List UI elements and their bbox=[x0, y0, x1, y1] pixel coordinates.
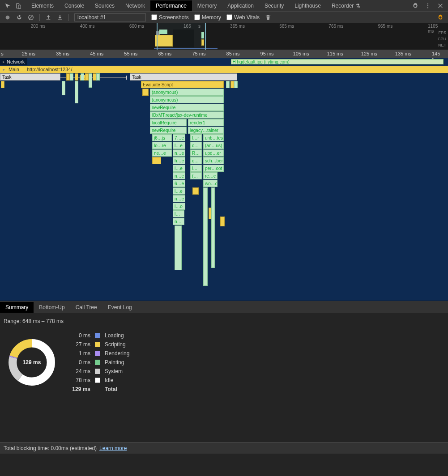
swatch-painting bbox=[95, 360, 100, 365]
target-select[interactable]: localhost #1 bbox=[74, 13, 146, 21]
tab-recorder[interactable]: Recorder ⚗ bbox=[326, 0, 366, 11]
capture-settings-icon[interactable] bbox=[437, 14, 444, 21]
trash-icon[interactable] bbox=[265, 14, 271, 21]
reload-icon[interactable] bbox=[16, 14, 22, 21]
swatch-loading bbox=[95, 333, 100, 338]
svg-point-4 bbox=[427, 7, 428, 8]
svg-rect-1 bbox=[18, 5, 21, 8]
summary-donut: 129 ms bbox=[7, 338, 56, 387]
tab-lighthouse[interactable]: Lighthouse bbox=[289, 0, 326, 11]
download-icon[interactable] bbox=[57, 14, 63, 21]
swatch-system bbox=[95, 369, 100, 374]
task-bar-1[interactable]: Task bbox=[0, 73, 60, 81]
screenshots-checkbox[interactable]: Screenshots bbox=[151, 14, 189, 21]
summary-panel: Range: 648 ms – 778 ms 129 ms 0 msLoadin… bbox=[0, 313, 448, 454]
tab-memory[interactable]: Memory bbox=[192, 0, 222, 11]
tab-application[interactable]: Application bbox=[222, 0, 259, 11]
svg-point-3 bbox=[427, 5, 428, 6]
devtools-tabbar: Elements Console Sources Network Perform… bbox=[0, 0, 448, 12]
learn-more-link[interactable]: Learn more bbox=[99, 445, 127, 451]
clear-icon[interactable] bbox=[28, 14, 34, 21]
tab-calltree[interactable]: Call Tree bbox=[70, 302, 102, 313]
gear-icon[interactable] bbox=[412, 3, 418, 9]
tab-elements[interactable]: Elements bbox=[26, 0, 59, 11]
tab-performance[interactable]: Performance bbox=[150, 0, 192, 11]
tab-security[interactable]: Security bbox=[259, 0, 289, 11]
swatch-idle bbox=[95, 378, 100, 383]
tab-eventlog[interactable]: Event Log bbox=[102, 302, 137, 313]
network-track-label[interactable]: Network bbox=[0, 58, 27, 65]
svg-point-2 bbox=[427, 3, 428, 4]
main-thread-label[interactable]: Main — http://localhost:1234/ bbox=[0, 66, 448, 73]
overview-timeline[interactable]: 200 ms 400 ms 600 ms 165 s 365 ms 565 ms… bbox=[0, 23, 448, 50]
swatch-scripting bbox=[95, 342, 100, 347]
svg-point-5 bbox=[6, 15, 10, 19]
tab-summary[interactable]: Summary bbox=[0, 302, 34, 313]
overview-selection[interactable] bbox=[157, 23, 206, 50]
summary-legend: 0 msLoading 27 msScripting 1 msRendering… bbox=[70, 332, 129, 392]
evaluate-script[interactable]: Evaluate Script bbox=[141, 81, 224, 88]
tab-console[interactable]: Console bbox=[59, 0, 90, 11]
swatch-rendering bbox=[95, 351, 100, 356]
upload-icon[interactable] bbox=[45, 14, 51, 21]
network-track[interactable]: Network |… H hqdefault.jpg (i.ytimg.com) bbox=[0, 58, 448, 66]
record-icon[interactable] bbox=[4, 14, 11, 21]
overview-ruler: 200 ms 400 ms 600 ms 165 s 365 ms 565 ms… bbox=[0, 23, 448, 30]
tab-network[interactable]: Network bbox=[120, 0, 150, 11]
kebab-icon[interactable] bbox=[425, 3, 431, 9]
network-request-bar[interactable]: H hqdefault.jpg (i.ytimg.com) bbox=[231, 59, 444, 64]
memory-checkbox[interactable]: Memory bbox=[194, 14, 221, 21]
overview-track-labels: FPS CPU NET bbox=[438, 30, 446, 48]
close-icon[interactable] bbox=[437, 3, 444, 9]
webvitals-checkbox[interactable]: Web Vitals bbox=[226, 14, 260, 21]
performance-toolbar: localhost #1 Screenshots Memory Web Vita… bbox=[0, 12, 448, 23]
range-text: Range: 648 ms – 778 ms bbox=[4, 318, 444, 324]
footer-bar: Total blocking time: 0.00ms (estimated) … bbox=[0, 442, 448, 454]
donut-center: 129 ms bbox=[7, 338, 56, 387]
task-bar-2[interactable]: Task bbox=[130, 73, 237, 81]
tab-bottomup[interactable]: Bottom-Up bbox=[34, 302, 70, 313]
inspect-icon[interactable] bbox=[4, 3, 11, 9]
total-blocking-time: Total blocking time: 0.00ms (estimated) bbox=[4, 445, 97, 451]
tab-sources[interactable]: Sources bbox=[90, 0, 120, 11]
details-tabbar: Summary Bottom-Up Call Tree Event Log bbox=[0, 301, 448, 313]
flame-chart[interactable]: s 25 ms 35 ms 45 ms 55 ms 65 ms 75 ms 85… bbox=[0, 50, 448, 301]
flame-ruler: s 25 ms 35 ms 45 ms 55 ms 65 ms 75 ms 85… bbox=[0, 50, 448, 58]
device-icon[interactable] bbox=[15, 3, 21, 9]
